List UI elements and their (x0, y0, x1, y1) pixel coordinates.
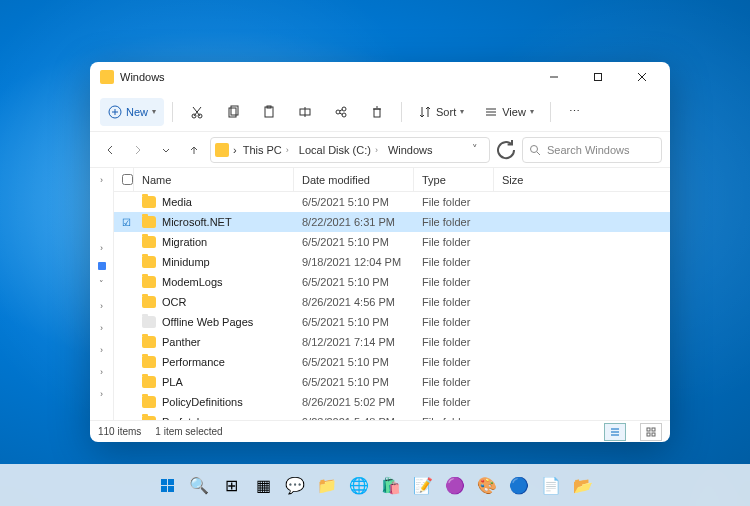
chevron-down-icon[interactable]: ˅ (94, 276, 110, 292)
svg-rect-1 (595, 74, 602, 81)
folder-icon (142, 416, 156, 420)
chat-button[interactable]: 💬 (281, 471, 309, 499)
file-date: 8/26/2021 5:02 PM (294, 396, 414, 408)
column-headers: Name Date modified Type Size (114, 168, 670, 192)
svg-line-9 (194, 107, 201, 116)
share-button[interactable] (325, 98, 357, 126)
app-icon[interactable]: 🎨 (473, 471, 501, 499)
table-row[interactable]: ModemLogs6/5/2021 5:10 PMFile folder (114, 272, 670, 292)
table-row[interactable]: OCR8/26/2021 4:56 PMFile folder (114, 292, 670, 312)
column-type[interactable]: Type (414, 168, 494, 191)
refresh-button[interactable] (494, 138, 518, 162)
nav-pane-collapsed[interactable]: › › ˅ › › › › › (90, 168, 114, 420)
chevron-right-icon[interactable]: › (94, 386, 110, 402)
taskbar[interactable]: 🔍 ⊞ ▦ 💬 📁 🌐 🛍️ 📝 🟣 🎨 🔵 📄 📂 (0, 464, 750, 506)
sort-button[interactable]: Sort ▾ (410, 98, 472, 126)
item-count: 110 items (98, 426, 141, 437)
file-type: File folder (414, 296, 494, 308)
app-icon[interactable]: 🔵 (505, 471, 533, 499)
chevron-down-icon: ▾ (152, 107, 156, 116)
file-explorer-button[interactable]: 📁 (313, 471, 341, 499)
column-size[interactable]: Size (494, 168, 670, 191)
search-button[interactable]: 🔍 (185, 471, 213, 499)
app-icon[interactable]: 📝 (409, 471, 437, 499)
more-button[interactable]: ⋯ (559, 98, 591, 126)
up-button[interactable] (182, 138, 206, 162)
chevron-down-icon[interactable]: ˅ (465, 143, 485, 156)
file-date: 6/5/2021 5:10 PM (294, 356, 414, 368)
store-button[interactable]: 🛍️ (377, 471, 405, 499)
details-view-button[interactable] (604, 423, 626, 441)
app-icon[interactable]: 📂 (569, 471, 597, 499)
table-row[interactable]: Media6/5/2021 5:10 PMFile folder (114, 192, 670, 212)
chevron-right-icon[interactable]: › (94, 342, 110, 358)
file-type: File folder (414, 276, 494, 288)
rename-button[interactable] (289, 98, 321, 126)
search-input[interactable]: Search Windows (522, 137, 662, 163)
file-name: Panther (162, 336, 201, 348)
close-button[interactable] (620, 62, 664, 92)
folder-icon (142, 376, 156, 388)
paste-button[interactable] (253, 98, 285, 126)
chevron-right-icon[interactable]: › (94, 240, 110, 256)
file-rows[interactable]: Media6/5/2021 5:10 PMFile folderMicrosof… (114, 192, 670, 420)
app-icon[interactable]: 📄 (537, 471, 565, 499)
task-view-button[interactable]: ⊞ (217, 471, 245, 499)
chevron-right-icon[interactable]: › (94, 172, 110, 188)
svg-rect-39 (652, 433, 655, 436)
start-button[interactable] (153, 471, 181, 499)
select-all-checkbox[interactable] (114, 168, 134, 191)
chevron-down-icon: ▾ (530, 107, 534, 116)
table-row[interactable]: Microsoft.NET8/22/2021 6:31 PMFile folde… (114, 212, 670, 232)
delete-button[interactable] (361, 98, 393, 126)
title-bar[interactable]: Windows (90, 62, 670, 92)
new-button[interactable]: New ▾ (100, 98, 164, 126)
file-type: File folder (414, 396, 494, 408)
chevron-right-icon[interactable]: › (94, 364, 110, 380)
breadcrumb-local-disk[interactable]: Local Disk (C:)› (295, 144, 382, 156)
search-icon (529, 144, 541, 156)
maximize-button[interactable] (576, 62, 620, 92)
recent-button[interactable] (154, 138, 178, 162)
chevron-right-icon[interactable]: › (94, 298, 110, 314)
folder-icon (142, 316, 156, 328)
table-row[interactable]: PLA6/5/2021 5:10 PMFile folder (114, 372, 670, 392)
copy-button[interactable] (217, 98, 249, 126)
file-name: Minidump (162, 256, 210, 268)
table-row[interactable]: PolicyDefinitions8/26/2021 5:02 PMFile f… (114, 392, 670, 412)
svg-rect-11 (229, 108, 236, 117)
table-row[interactable]: Migration6/5/2021 5:10 PMFile folder (114, 232, 670, 252)
back-button[interactable] (98, 138, 122, 162)
app-icon[interactable]: 🟣 (441, 471, 469, 499)
command-toolbar: New ▾ Sort ▾ View ▾ ⋯ (90, 92, 670, 132)
window-title: Windows (120, 71, 532, 83)
thumbnails-view-button[interactable] (640, 423, 662, 441)
file-type: File folder (414, 256, 494, 268)
folder-icon (142, 196, 156, 208)
widgets-button[interactable]: ▦ (249, 471, 277, 499)
svg-rect-12 (231, 106, 238, 115)
file-name: Migration (162, 236, 207, 248)
file-date: 6/5/2021 5:10 PM (294, 276, 414, 288)
table-row[interactable]: Prefetch9/23/2021 5:48 PMFile folder (114, 412, 670, 420)
column-date[interactable]: Date modified (294, 168, 414, 191)
svg-line-32 (537, 152, 540, 155)
forward-button[interactable] (126, 138, 150, 162)
onedrive-icon[interactable] (98, 262, 106, 270)
address-bar[interactable]: › This PC› Local Disk (C:)› Windows ˅ (210, 137, 490, 163)
table-row[interactable]: Offline Web Pages6/5/2021 5:10 PMFile fo… (114, 312, 670, 332)
view-button[interactable]: View ▾ (476, 98, 542, 126)
column-name[interactable]: Name (134, 168, 294, 191)
breadcrumb-this-pc[interactable]: This PC› (239, 144, 293, 156)
table-row[interactable]: Minidump9/18/2021 12:04 PMFile folder (114, 252, 670, 272)
minimize-button[interactable] (532, 62, 576, 92)
chevron-right-icon[interactable]: › (94, 320, 110, 336)
table-row[interactable]: Performance6/5/2021 5:10 PMFile folder (114, 352, 670, 372)
file-name: OCR (162, 296, 186, 308)
folder-icon (142, 296, 156, 308)
cut-button[interactable] (181, 98, 213, 126)
edge-button[interactable]: 🌐 (345, 471, 373, 499)
breadcrumb-windows[interactable]: Windows (384, 144, 437, 156)
table-row[interactable]: Panther8/12/2021 7:14 PMFile folder (114, 332, 670, 352)
status-bar: 110 items 1 item selected (90, 420, 670, 442)
